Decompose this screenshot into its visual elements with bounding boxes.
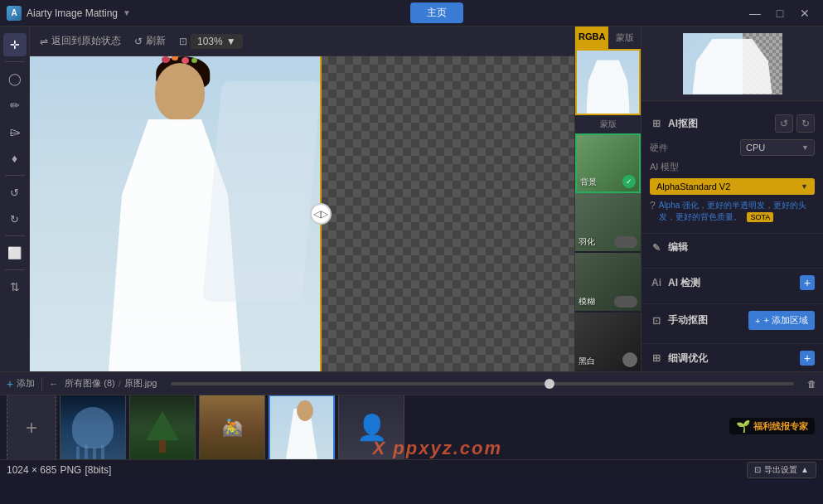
zoom-icon: ⊡	[179, 36, 187, 47]
thumbnail-forest[interactable]	[129, 395, 196, 459]
export-label: 导出设置	[764, 464, 797, 476]
manual-matting-header[interactable]: ⊡ 手动抠图 + + 添加区域	[650, 311, 815, 330]
ai-model-label: AI 模型	[650, 161, 679, 173]
redo-btn[interactable]: ↻	[796, 114, 815, 133]
veil	[202, 81, 320, 302]
refresh-icon: ↺	[134, 36, 143, 47]
effect-preview-item[interactable]	[575, 49, 641, 115]
hardware-value: CPU	[746, 143, 798, 153]
reset-button[interactable]: ⇌ 返回到原始状态	[40, 34, 121, 48]
ai-model-select[interactable]: AlphaStandard V2 ▼	[650, 178, 815, 195]
zoom-control[interactable]: 103% ▼	[191, 34, 243, 49]
forest-shape	[138, 403, 187, 453]
refine-header[interactable]: ⊞ 细调优化 +	[650, 351, 815, 366]
toolbar-separator-3	[5, 235, 25, 236]
effect-item-bw[interactable]: 黑白	[575, 313, 641, 371]
refine-add-btn[interactable]: +	[800, 351, 815, 366]
add-large-button[interactable]: +	[7, 395, 56, 459]
thumbnail-bike[interactable]: 🚵	[199, 395, 265, 459]
model-chevron-icon: ▼	[801, 182, 808, 191]
reset-icon: ⇌	[40, 36, 48, 47]
edit-label: 编辑	[668, 240, 688, 254]
refine-section: ⊞ 细调优化 +	[641, 344, 823, 371]
brush-tool-button[interactable]: ✏	[3, 94, 27, 117]
effect-item-blur[interactable]: 模糊	[575, 253, 641, 313]
mask-tab[interactable]: 蒙版	[608, 27, 641, 49]
settings-area: ⊞ AI抠图 ↺ ↻ 硬件 CPU ▼	[641, 101, 823, 371]
expand-button[interactable]: ⇅	[3, 275, 27, 298]
select-tool-button[interactable]: ✛	[3, 33, 27, 56]
title-chevron-icon[interactable]: ▼	[123, 8, 131, 17]
left-toolbar: ✛ ◯ ✏ ⌲ ♦ ↺ ↻ ⬜ ⇅	[0, 27, 30, 371]
add-btn-bottom[interactable]: + 添加	[7, 377, 35, 390]
minimize-button[interactable]: —	[743, 3, 767, 23]
description-text: Alpha 强化，更好的半透明发，更好的头发，更好的背色质量。 SOTA	[659, 200, 815, 223]
slider-thumb[interactable]	[545, 379, 554, 389]
timeline-slider[interactable]	[171, 382, 795, 385]
thumbnail-wedding[interactable]	[269, 395, 335, 459]
hardware-row: 硬件 CPU ▼	[650, 139, 815, 156]
canvas-content[interactable]: ◁▷	[30, 56, 574, 371]
split-line: ◁▷	[320, 56, 322, 371]
add-area-plus-icon: +	[755, 316, 760, 326]
home-button[interactable]: 主页	[410, 2, 463, 23]
ai-model-row: AI 模型	[650, 161, 815, 173]
edit-section: ✎ 编辑	[641, 234, 823, 269]
thumb-woman-inner: 👤	[339, 395, 404, 459]
zoom-button[interactable]: ⊡ 103% ▼	[179, 34, 243, 49]
undo-btn[interactable]: ↺	[775, 114, 793, 133]
rgba-tab[interactable]: RGBA	[575, 27, 608, 49]
sota-badge: SOTA	[747, 212, 773, 222]
zoom-chevron-icon: ▼	[226, 36, 236, 47]
window-controls[interactable]: — □ ✕	[743, 3, 816, 23]
back-btn-bottom[interactable]: ←	[49, 379, 58, 389]
close-button[interactable]: ✕	[793, 3, 816, 23]
effect-item-feather[interactable]: 羽化	[575, 193, 641, 253]
ai-detect-add-btn[interactable]: +	[800, 275, 815, 290]
bike-icon: 🚵	[222, 418, 243, 438]
description-row: ? Alpha 强化，更好的半透明发，更好的头发，更好的背色质量。 SOTA	[650, 200, 815, 226]
paint-tool-button[interactable]: ⌲	[3, 120, 27, 143]
export-settings-button[interactable]: ⊡ 导出设置 ▲	[747, 462, 816, 478]
hardware-select[interactable]: CPU ▼	[740, 139, 815, 156]
split-handle[interactable]: ◁▷	[310, 203, 332, 225]
add-label: 添加	[17, 377, 35, 390]
toolbar-sep	[41, 377, 42, 390]
info-icon: ?	[650, 200, 656, 211]
effect-blur-toggle[interactable]	[614, 296, 637, 308]
breadcrumb: 所有图像 (8) / 原图.jpg	[65, 377, 157, 390]
flower-3	[182, 57, 189, 64]
effect-item-background[interactable]: 背景 ✓	[575, 133, 641, 193]
maximize-button[interactable]: □	[768, 3, 792, 23]
refresh-button[interactable]: ↺ 刷新	[134, 34, 166, 48]
edit-icon: ✎	[650, 241, 663, 254]
rect-select-button[interactable]: ⬜	[3, 241, 27, 264]
tentacle-2	[85, 444, 88, 460]
thumb-bride-head	[297, 400, 313, 421]
ai-detect-header[interactable]: Ai AI 检测 +	[650, 275, 815, 290]
status-bar: 1024 × 685 PNG [8bits] ⊡ 导出设置 ▲	[0, 459, 823, 479]
manual-matting-title: ⊡ 手动抠图	[650, 313, 708, 327]
magic-wand-button[interactable]: ♦	[3, 147, 27, 170]
ai-matting-icon: ⊞	[650, 117, 663, 130]
refine-label: 细调优化	[668, 351, 708, 366]
undo-button[interactable]: ↺	[3, 181, 27, 204]
effect-feather-toggle[interactable]	[614, 236, 637, 248]
effect-background-check[interactable]: ✓	[622, 175, 636, 188]
add-area-label: + 添加区域	[764, 314, 808, 327]
thumbnail-jellyfish[interactable]	[60, 395, 126, 459]
mask-label: 蒙版	[575, 115, 641, 133]
redo-button[interactable]: ↻	[3, 207, 27, 230]
ai-matting-header[interactable]: ⊞ AI抠图 ↺ ↻	[650, 114, 815, 133]
add-icon: +	[7, 377, 13, 390]
canvas-toolbar: ⇌ 返回到原始状态 ↺ 刷新 ⊡ 103% ▼	[30, 27, 574, 56]
delete-btn-bottom[interactable]: 🗑	[807, 379, 816, 389]
thumbnail-woman[interactable]: 👤	[338, 395, 404, 459]
eraser-tool-button[interactable]: ◯	[3, 67, 27, 90]
edit-header[interactable]: ✎ 编辑	[650, 240, 815, 254]
breadcrumb-all[interactable]: 所有图像 (8)	[65, 377, 115, 390]
export-icon: ⊡	[754, 465, 761, 474]
add-area-button[interactable]: + + 添加区域	[748, 311, 815, 330]
breadcrumb-file[interactable]: 原图.jpg	[124, 377, 157, 390]
manual-matting-section: ⊡ 手动抠图 + + 添加区域	[641, 304, 823, 344]
